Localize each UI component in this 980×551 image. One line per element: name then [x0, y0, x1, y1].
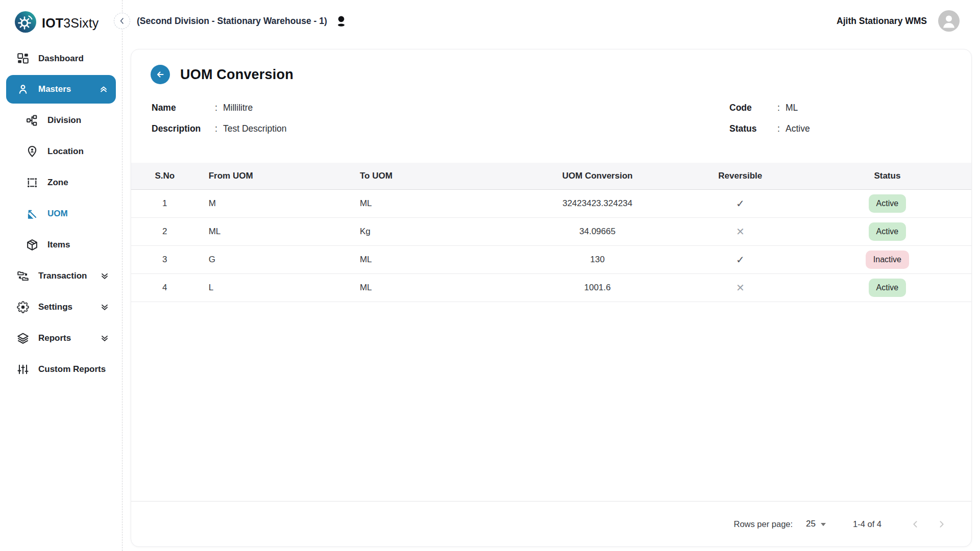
logo-text: IOT3Sixty — [42, 16, 99, 31]
sidebar-item-dashboard[interactable]: Dashboard — [0, 43, 122, 74]
rows-per-page-select[interactable]: 25 — [806, 519, 826, 529]
detail-colon: : — [777, 123, 786, 134]
column-header-to-uom: To UOM — [350, 163, 518, 189]
cell-to-uom: ML — [350, 245, 518, 273]
detail-row-code: Code : ML — [729, 103, 949, 113]
app-window: IOT3Sixty Dashboard — [0, 0, 980, 551]
detail-label: Code — [729, 103, 777, 113]
zone-icon — [26, 176, 39, 189]
table-header-row: S.No From UOM To UOM UOM Conversion Reve… — [131, 163, 971, 189]
layers-icon — [16, 332, 30, 345]
gear-signal-logo-icon — [14, 11, 37, 35]
sidebar-item-items[interactable]: Items — [0, 229, 122, 260]
avatar[interactable] — [938, 10, 960, 32]
detail-value: Test Description — [223, 123, 729, 134]
detail-value: Active — [786, 123, 949, 134]
chevron-double-up-icon — [99, 84, 109, 94]
cell-sno: 3 — [131, 245, 199, 273]
pagination-range: 1-4 of 4 — [853, 519, 881, 529]
detail-label: Description — [152, 123, 215, 134]
cell-reversible: ✕ — [677, 273, 803, 302]
detail-row-status: Status : Active — [729, 123, 949, 134]
column-header-status: Status — [803, 163, 971, 189]
detail-value: Millilitre — [223, 103, 729, 113]
sidebar-item-label: Transaction — [38, 271, 87, 281]
cell-sno: 4 — [131, 273, 199, 302]
location-pin-icon — [26, 145, 39, 158]
sidebar-item-settings[interactable]: Settings — [0, 291, 122, 322]
cell-from-uom: ML — [199, 217, 350, 245]
details-right-column: Code : ML Status : Active — [729, 103, 949, 144]
detail-label: Status — [729, 123, 777, 134]
sidebar-item-division[interactable]: Division — [0, 105, 122, 136]
sidebar-item-transaction[interactable]: Transaction — [0, 260, 122, 291]
chevron-double-down-icon — [100, 302, 110, 312]
folders-sync-icon — [16, 269, 30, 283]
cross-icon: ✕ — [736, 226, 745, 238]
app-logo[interactable]: IOT3Sixty — [0, 0, 122, 38]
back-button[interactable] — [151, 65, 170, 84]
column-header-sno: S.No — [131, 163, 199, 189]
box-icon — [26, 238, 39, 252]
sidebar-item-label: Settings — [38, 302, 72, 312]
topbar: (Second Division - Stationary Warehouse … — [122, 0, 980, 42]
cell-sno: 1 — [131, 189, 199, 217]
sidebar-item-label: UOM — [47, 209, 68, 219]
table-row[interactable]: 3 G ML 130 ✓ Inactive — [131, 245, 971, 273]
org-chart-icon — [26, 114, 39, 127]
table-row[interactable]: 4 L ML 1001.6 ✕ Active — [131, 273, 971, 302]
check-icon: ✓ — [736, 197, 745, 210]
sidebar-item-zone[interactable]: Zone — [0, 167, 122, 198]
main-area: (Second Division - Stationary Warehouse … — [122, 0, 980, 551]
user-name: Ajith Stationary WMS — [837, 16, 927, 27]
sidebar-item-location[interactable]: Location — [0, 136, 122, 167]
sidebar-nav: Dashboard Masters — [0, 43, 122, 385]
breadcrumb: (Second Division - Stationary Warehouse … — [137, 16, 327, 27]
status-badge: Inactive — [866, 251, 909, 269]
detail-value: ML — [786, 103, 949, 113]
collapse-sidebar-button[interactable] — [114, 13, 130, 29]
sidebar: IOT3Sixty Dashboard — [0, 0, 122, 551]
sidebar-item-custom-reports[interactable]: Custom Reports — [0, 354, 122, 385]
sliders-icon — [16, 363, 30, 376]
gear-icon — [16, 300, 30, 314]
table-row[interactable]: 1 M ML 32423423.324234 ✓ Active — [131, 189, 971, 217]
cell-from-uom: M — [199, 189, 350, 217]
sidebar-item-uom[interactable]: UOM — [0, 198, 122, 229]
cell-status: Active — [803, 217, 971, 245]
pagination-bar: Rows per page: 25 1-4 of 4 — [131, 502, 971, 546]
detail-row-name: Name : Millilitre — [152, 103, 729, 113]
cell-reversible: ✓ — [677, 189, 803, 217]
status-badge: Active — [869, 279, 906, 297]
title-row: UOM Conversion — [131, 49, 971, 84]
detail-colon: : — [215, 103, 223, 113]
cell-sno: 2 — [131, 217, 199, 245]
sidebar-item-label: Dashboard — [38, 54, 84, 64]
next-page-button[interactable] — [934, 517, 949, 532]
sidebar-item-label: Masters — [38, 84, 71, 94]
status-badge: Active — [869, 194, 906, 213]
details-section: Name : Millilitre Description : Test Des… — [131, 84, 971, 144]
cell-to-uom: Kg — [350, 217, 518, 245]
previous-page-button[interactable] — [908, 517, 923, 532]
detail-colon: : — [215, 123, 223, 134]
column-header-from-uom: From UOM — [199, 163, 350, 189]
table-row[interactable]: 2 ML Kg 34.09665 ✕ Active — [131, 217, 971, 245]
cell-conversion: 32423423.324234 — [518, 189, 677, 217]
sidebar-item-label: Reports — [38, 333, 71, 343]
cell-conversion: 1001.6 — [518, 273, 677, 302]
sidebar-item-label: Location — [47, 146, 84, 157]
column-header-conversion: UOM Conversion — [518, 163, 677, 189]
sidebar-item-masters[interactable]: Masters — [6, 75, 116, 104]
details-left-column: Name : Millilitre Description : Test Des… — [152, 103, 729, 144]
person-pin-icon[interactable] — [335, 14, 348, 29]
cell-conversion: 130 — [518, 245, 677, 273]
detail-row-description: Description : Test Description — [152, 123, 729, 134]
cell-reversible: ✕ — [677, 217, 803, 245]
cell-conversion: 34.09665 — [518, 217, 677, 245]
cell-from-uom: L — [199, 273, 350, 302]
cell-to-uom: ML — [350, 189, 518, 217]
sidebar-item-reports[interactable]: Reports — [0, 322, 122, 354]
sidebar-item-label: Division — [47, 115, 81, 126]
rows-per-page-value: 25 — [806, 519, 816, 529]
